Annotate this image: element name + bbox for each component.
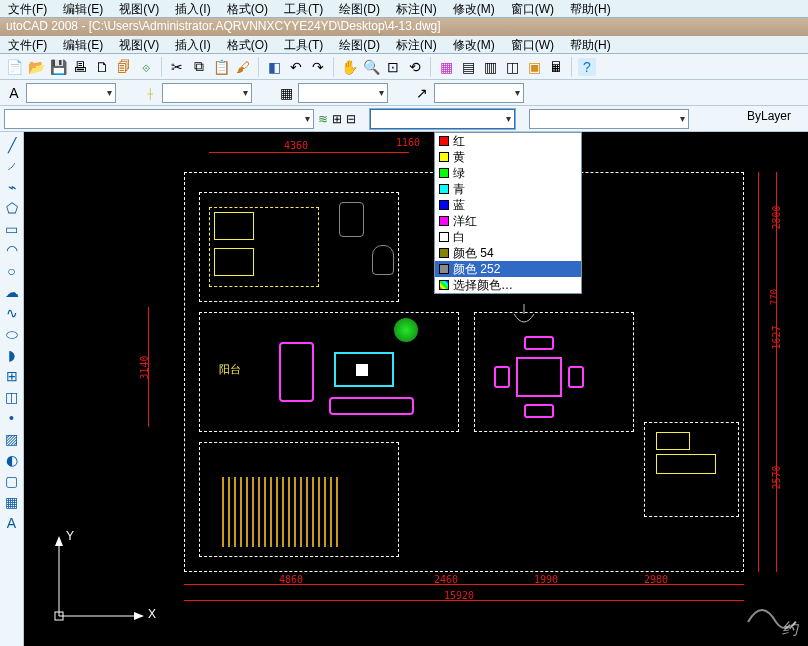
redo-icon[interactable]: ↷ (309, 58, 327, 76)
mleader-icon[interactable]: ↗ (413, 84, 431, 102)
undo-icon[interactable]: ↶ (287, 58, 305, 76)
color-item-magenta[interactable]: 洋红 (435, 213, 581, 229)
calc-icon[interactable]: 🖩 (547, 58, 565, 76)
tablestyle-dropdown[interactable] (298, 83, 388, 103)
dmenu-help[interactable]: 帮助(H) (562, 36, 619, 53)
menu-file[interactable]: 文件(F) (0, 0, 55, 17)
dmenu-edit[interactable]: 编辑(E) (55, 36, 111, 53)
dim-right-small: 770 (769, 289, 779, 305)
print-icon[interactable]: 🖶 (71, 58, 89, 76)
dmenu-insert[interactable]: 插入(I) (167, 36, 218, 53)
color-item-54[interactable]: 颜色 54 (435, 245, 581, 261)
layer-dropdown[interactable] (4, 109, 314, 129)
menu-edit[interactable]: 编辑(E) (55, 0, 111, 17)
polygon-icon[interactable]: ⬠ (3, 199, 21, 217)
3d-icon[interactable]: ⟐ (137, 58, 155, 76)
color-item-green[interactable]: 绿 (435, 165, 581, 181)
zoom-prev-icon[interactable]: ⟲ (406, 58, 424, 76)
dim-line (148, 307, 149, 427)
styles-toolbar: A ⟊ ▦ ↗ (0, 80, 808, 106)
copy-icon[interactable]: ⧉ (190, 58, 208, 76)
mleader-dropdown[interactable] (434, 83, 524, 103)
menu-insert[interactable]: 插入(I) (167, 0, 218, 17)
axis-y-label: Y (66, 529, 74, 543)
help-icon[interactable]: ? (578, 58, 596, 76)
menu-window[interactable]: 窗口(W) (503, 0, 562, 17)
menu-dim[interactable]: 标注(N) (388, 0, 445, 17)
tablestyle-icon[interactable]: ▦ (277, 84, 295, 102)
design-center-icon[interactable]: ▤ (459, 58, 477, 76)
color-item-blue[interactable]: 蓝 (435, 197, 581, 213)
table-icon[interactable]: ▦ (3, 493, 21, 511)
dmenu-format[interactable]: 格式(O) (219, 36, 276, 53)
dmenu-modify[interactable]: 修改(M) (445, 36, 503, 53)
rectangle-icon[interactable]: ▭ (3, 220, 21, 238)
properties-icon[interactable]: ▦ (437, 58, 455, 76)
menu-draw[interactable]: 绘图(D) (331, 0, 388, 17)
publish-icon[interactable]: 🗐 (115, 58, 133, 76)
dim-b4: 2980 (644, 574, 668, 585)
pline-icon[interactable]: ⌁ (3, 178, 21, 196)
match-icon[interactable]: 🖌 (234, 58, 252, 76)
revcloud-icon[interactable]: ☁ (3, 283, 21, 301)
layer-states-icon[interactable]: ≋ (318, 112, 328, 126)
color-item-white[interactable]: 白 (435, 229, 581, 245)
menu-help[interactable]: 帮助(H) (562, 0, 619, 17)
textstyle-dropdown[interactable] (26, 83, 116, 103)
hatch-icon[interactable]: ▨ (3, 430, 21, 448)
separator (333, 57, 334, 77)
cut-icon[interactable]: ✂ (168, 58, 186, 76)
dmenu-file[interactable]: 文件(F) (0, 36, 55, 53)
layer-prev-icon[interactable]: ⊞ (332, 112, 342, 126)
open-icon[interactable]: 📂 (27, 58, 45, 76)
save-icon[interactable]: 💾 (49, 58, 67, 76)
layer-walk-icon[interactable]: ⊟ (346, 112, 356, 126)
pendant (489, 302, 559, 332)
menu-tools[interactable]: 工具(T) (276, 0, 331, 17)
new-icon[interactable]: 📄 (5, 58, 23, 76)
dmenu-dim[interactable]: 标注(N) (388, 36, 445, 53)
xline-icon[interactable]: ⟋ (3, 157, 21, 175)
mtext-icon[interactable]: A (3, 514, 21, 532)
color-item-yellow[interactable]: 黄 (435, 149, 581, 165)
gradient-icon[interactable]: ◐ (3, 451, 21, 469)
menu-modify[interactable]: 修改(M) (445, 0, 503, 17)
color-item-red[interactable]: 红 (435, 133, 581, 149)
color-item-252[interactable]: 颜色 252 (435, 261, 581, 277)
dmenu-draw[interactable]: 绘图(D) (331, 36, 388, 53)
circle-icon[interactable]: ○ (3, 262, 21, 280)
arc-icon[interactable]: ◠ (3, 241, 21, 259)
line-icon[interactable]: ╱ (3, 136, 21, 154)
block-insert-icon[interactable]: ⊞ (3, 367, 21, 385)
menu-format[interactable]: 格式(O) (219, 0, 276, 17)
ellipse-arc-icon[interactable]: ◗ (3, 346, 21, 364)
point-icon[interactable]: • (3, 409, 21, 427)
color-item-select[interactable]: 选择颜色… (435, 277, 581, 293)
pan-icon[interactable]: ✋ (340, 58, 358, 76)
spline-icon[interactable]: ∿ (3, 304, 21, 322)
menu-view[interactable]: 视图(V) (111, 0, 167, 17)
tool-palette-icon[interactable]: ▥ (481, 58, 499, 76)
dmenu-tools[interactable]: 工具(T) (276, 36, 331, 53)
color-item-cyan[interactable]: 青 (435, 181, 581, 197)
dmenu-view[interactable]: 视图(V) (111, 36, 167, 53)
textstyle-icon[interactable]: A (5, 84, 23, 102)
plot-preview-icon[interactable]: 🗋 (93, 58, 111, 76)
zoom-win-icon[interactable]: ⊡ (384, 58, 402, 76)
cabinet (656, 432, 690, 450)
color-dropdown-list: 红 黄 绿 青 蓝 洋红 白 颜色 54 颜色 252 选择颜色… (434, 132, 582, 294)
linetype-dropdown[interactable] (529, 109, 689, 129)
make-block-icon[interactable]: ◫ (3, 388, 21, 406)
color-dropdown-trigger[interactable] (370, 109, 515, 129)
paste-icon[interactable]: 📋 (212, 58, 230, 76)
markup-icon[interactable]: ▣ (525, 58, 543, 76)
model-space[interactable]: 红 黄 绿 青 蓝 洋红 白 颜色 54 颜色 252 选择颜色… 4360 1… (24, 132, 808, 646)
dimstyle-dropdown[interactable] (162, 83, 252, 103)
dimstyle-icon[interactable]: ⟊ (141, 84, 159, 102)
region-icon[interactable]: ▢ (3, 472, 21, 490)
dmenu-window[interactable]: 窗口(W) (503, 36, 562, 53)
sheet-set-icon[interactable]: ◫ (503, 58, 521, 76)
block-icon[interactable]: ◧ (265, 58, 283, 76)
zoom-rt-icon[interactable]: 🔍 (362, 58, 380, 76)
ellipse-icon[interactable]: ⬭ (3, 325, 21, 343)
